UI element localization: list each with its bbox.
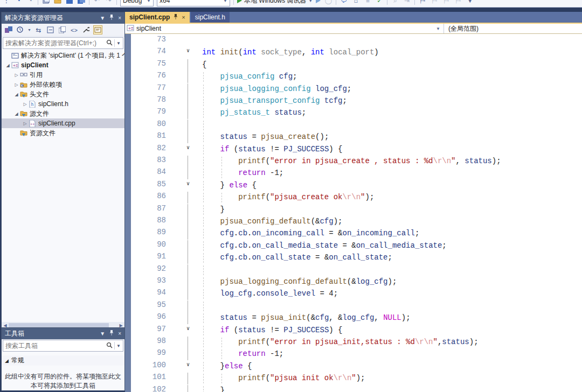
fold-collapse-icon[interactable]: ∨	[183, 144, 193, 151]
code-line-89[interactable]: 89 cfg.cb.on_incoming_call = &on_incomin…	[125, 228, 582, 240]
toolbox-search[interactable]: ▼	[3, 340, 123, 352]
new-project-icon[interactable]	[41, 0, 50, 5]
scope-dropdown[interactable]: (全局范围)	[444, 24, 582, 33]
tree-item-sipClient.h[interactable]: ▷hsipClient.h	[2, 99, 124, 109]
wrench-icon[interactable]	[81, 25, 91, 34]
code-line-100[interactable]: 100∨ }else {	[125, 361, 582, 373]
expanded-arrow-icon[interactable]: ◢	[13, 111, 19, 116]
code-line-96[interactable]: 96 status = pjsua_init(&cfg, &log_cfg, N…	[125, 312, 582, 324]
solution-explorer-search[interactable]: ▼	[3, 37, 123, 49]
code-line-87[interactable]: 87 }	[125, 204, 582, 216]
code-line-94[interactable]: 94 log_cfg.console_level = 4;	[125, 288, 582, 300]
navigate-back-icon[interactable]: ◔	[14, 0, 23, 5]
check-icon[interactable]: ✓	[375, 0, 384, 5]
code-line-73[interactable]: 73	[125, 35, 582, 47]
tree-item-sipClient[interactable]: ◢+±sipClient	[2, 60, 124, 70]
start-debugging-button[interactable]: 本地 Windows 调试器 ▼	[237, 0, 313, 5]
preview-selected-items-icon[interactable]	[93, 25, 102, 34]
code-line-76[interactable]: 76 pjsua_config cfg;	[125, 71, 582, 83]
solution-explorer-titlebar[interactable]: 解决方案资源管理器 ▼ ×	[2, 12, 124, 24]
toolbox-search-input[interactable]	[5, 342, 106, 349]
comment-icon[interactable]: 🗩	[340, 0, 348, 5]
close-icon[interactable]: ×	[118, 15, 121, 21]
code-line-80[interactable]: 80	[125, 120, 582, 131]
collapsed-arrow-icon[interactable]: ▷	[22, 102, 28, 107]
configuration-dropdown[interactable]: Debug ▼	[120, 0, 154, 6]
sync-with-active-document-icon[interactable]: ⇆	[34, 25, 43, 34]
redo-icon[interactable]: ↷	[105, 0, 113, 5]
show-all-files-icon[interactable]: <>	[70, 25, 79, 34]
code-line-78[interactable]: 78 pjsua_transport_config tcfg;	[125, 95, 582, 107]
list-icon[interactable]: ≡	[363, 0, 372, 5]
code-line-79[interactable]: 79 pj_status_t status;	[125, 107, 582, 119]
fold-collapse-icon[interactable]: ∨	[183, 47, 193, 54]
code-line-98[interactable]: 98 printf("error in pjsua_init,status : …	[125, 337, 582, 348]
code-line-82[interactable]: 82∨ if (status != PJ_SUCCESS) {	[125, 144, 582, 156]
platform-dropdown[interactable]: x64 ▼	[157, 0, 230, 6]
window-position-icon[interactable]: ▼	[100, 15, 105, 21]
toolbox-group-general[interactable]: ◢ 常规	[2, 355, 124, 366]
navigate-forward-icon[interactable]: ◔	[26, 0, 34, 5]
toolbox-titlebar[interactable]: 工具箱 ▼ ×	[2, 328, 124, 339]
collapsed-arrow-icon[interactable]: ▷	[13, 73, 19, 78]
code-line-93[interactable]: 93 pjsua_logging_config_default(&log_cfg…	[125, 276, 582, 288]
pin-icon[interactable]	[109, 330, 114, 337]
expanded-arrow-icon[interactable]: ◢	[5, 63, 11, 68]
code-line-74[interactable]: 74∨int init(int sock_type, int local_por…	[125, 47, 582, 59]
collapse-all-icon[interactable]	[46, 25, 55, 34]
code-line-90[interactable]: 90 cfg.cb.on_call_media_state = &on_call…	[125, 240, 582, 252]
back-home-icon[interactable]	[4, 25, 13, 34]
code-line-83[interactable]: 83 printf("error in pjsua_create , statu…	[125, 156, 582, 167]
code-line-86[interactable]: 86 printf("pjsua_create ok\r\n");	[125, 192, 582, 204]
code-line-81[interactable]: 81 status = pjsua_create();	[125, 131, 582, 143]
tree-item-解决方案 'sipClient' (1 个项目, 共 1 个)[interactable]: 解决方案 'sipClient' (1 个项目, 共 1 个)	[2, 51, 124, 60]
home-icon[interactable]: ⌂	[351, 0, 360, 5]
code-line-102[interactable]: 102 }	[125, 385, 582, 392]
tab-sipClient.h[interactable]: sipClient.h	[191, 12, 230, 23]
code-line-85[interactable]: 85∨ } else {	[125, 180, 582, 192]
code-line-75[interactable]: 75{	[125, 59, 582, 71]
pin-icon[interactable]	[109, 15, 114, 22]
tree-item-资源文件[interactable]: 资源文件	[2, 128, 124, 138]
tab-sipClient.cpp[interactable]: sipClient.cpp×	[125, 12, 190, 23]
bookmark-icon[interactable]: ⛿	[418, 0, 427, 5]
fold-collapse-icon[interactable]: ∨	[183, 361, 193, 368]
fold-collapse-icon[interactable]: ∨	[183, 180, 193, 187]
close-tab-icon[interactable]: ×	[182, 15, 185, 20]
tree-item-sipClient.cpp[interactable]: ▷++sipClient.cpp	[2, 118, 124, 128]
search-options-caret-icon[interactable]: ▼	[116, 344, 121, 348]
save-icon[interactable]	[65, 0, 74, 5]
code-line-99[interactable]: 99 return -1;	[125, 348, 582, 360]
code-line-92[interactable]: 92	[125, 264, 582, 276]
open-file-icon[interactable]	[53, 0, 62, 5]
close-icon[interactable]: ×	[118, 331, 121, 337]
properties-icon[interactable]	[58, 25, 67, 34]
tree-item-引用[interactable]: ▷引用	[2, 70, 124, 80]
search-icon[interactable]	[106, 341, 113, 351]
tree-item-源文件[interactable]: ◢源文件	[2, 109, 124, 118]
tree-item-头文件[interactable]: ◢头文件	[2, 89, 124, 99]
expanded-arrow-icon[interactable]: ◢	[13, 92, 19, 97]
toolbar-overflow-icon[interactable]: ▼	[466, 0, 474, 5]
pin-tab-icon[interactable]	[174, 14, 178, 21]
code-line-88[interactable]: 88 pjsua_config_default(&cfg);	[125, 216, 582, 228]
code-line-101[interactable]: 101 printf("pjsua init ok\r\n");	[125, 373, 582, 384]
code-line-84[interactable]: 84 return -1;	[125, 167, 582, 179]
search-icon[interactable]	[106, 38, 113, 48]
pending-changes-icon[interactable]	[16, 25, 25, 34]
project-scope-dropdown[interactable]: +± sipClient ▼	[125, 25, 444, 33]
fold-collapse-icon[interactable]: ∨	[183, 325, 193, 332]
code-line-91[interactable]: 91 cfg.cb.on_call_state = &on_call_state…	[125, 252, 582, 264]
dropdown-caret-icon[interactable]: ▼	[27, 28, 31, 32]
start-without-debugging-icon[interactable]	[316, 0, 321, 3]
undo-icon[interactable]: ↶	[93, 0, 101, 5]
code-line-77[interactable]: 77 pjsua_logging_config log_cfg;	[125, 83, 582, 95]
code-line-95[interactable]: 95	[125, 300, 582, 312]
solution-explorer-search-input[interactable]	[5, 39, 106, 47]
tree-item-外部依赖项[interactable]: ▷外部依赖项	[2, 80, 124, 89]
code-editor[interactable]: 7374∨int init(int sock_type, int local_p…	[125, 34, 582, 392]
window-position-icon[interactable]: ▼	[100, 331, 105, 337]
save-all-icon[interactable]	[77, 0, 86, 5]
collapsed-arrow-icon[interactable]: ▷	[22, 121, 28, 126]
search-options-caret-icon[interactable]: ▼	[116, 41, 121, 46]
